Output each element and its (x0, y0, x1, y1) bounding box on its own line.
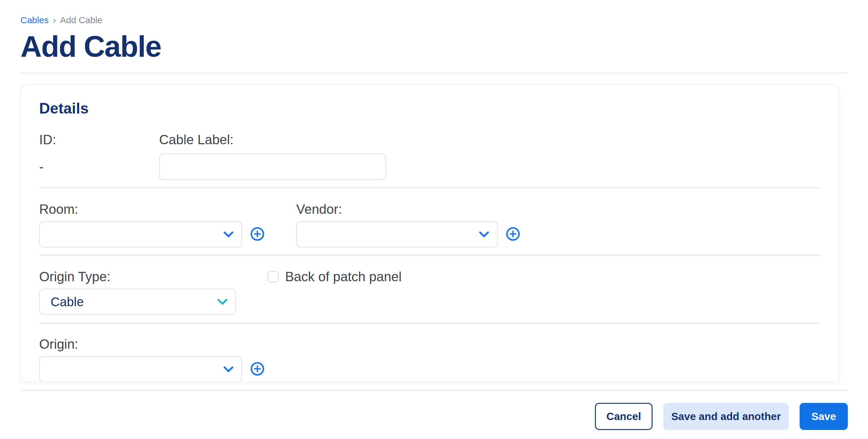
add-cable-page: Cables › Add Cable Add Cable Details ID:… (0, 0, 868, 439)
row-origin-type: Origin Type: Cable Back of patch panel (39, 269, 820, 315)
field-room: Room: (39, 201, 296, 247)
footer-actions: Cancel Save and add another Save (21, 403, 848, 430)
vendor-select[interactable] (296, 221, 498, 247)
row-id-cable-label: ID: - Cable Label: (39, 132, 820, 180)
save-button[interactable]: Save (800, 403, 848, 430)
id-label: ID: (39, 132, 159, 147)
chevron-down-icon (223, 231, 234, 238)
details-heading: Details (39, 99, 820, 117)
origin-type-select-value: Cable (51, 296, 84, 308)
origin-label: Origin: (39, 336, 820, 352)
chevron-down-icon (223, 366, 234, 373)
field-id: ID: - (39, 132, 159, 180)
field-vendor: Vendor: (296, 201, 521, 247)
plus-circle-icon (250, 361, 265, 377)
page-title: Add Cable (21, 30, 848, 63)
room-select[interactable] (39, 221, 242, 247)
add-origin-button[interactable] (250, 362, 265, 377)
breadcrumb-separator: › (53, 14, 56, 26)
plus-circle-icon (250, 227, 265, 242)
details-card: Details ID: - Cable Label: Room: (21, 84, 839, 381)
save-and-add-another-button[interactable]: Save and add another (663, 403, 789, 430)
vendor-label: Vendor: (296, 201, 521, 217)
chevron-down-icon (217, 299, 227, 305)
field-origin: Origin: (39, 336, 820, 381)
back-of-patch-panel-checkbox[interactable] (267, 271, 279, 282)
row-room-vendor: Room: (39, 201, 820, 247)
breadcrumb-current: Add Cable (60, 14, 102, 26)
divider (39, 323, 820, 324)
title-divider (21, 73, 848, 73)
row-origin: Origin: (39, 336, 820, 381)
footer-divider (21, 390, 848, 391)
divider (39, 255, 820, 256)
id-value: - (39, 159, 159, 175)
breadcrumb-link-cables[interactable]: Cables (21, 14, 49, 26)
add-room-button[interactable] (250, 227, 265, 242)
cable-label-input[interactable] (159, 154, 386, 180)
room-label: Room: (39, 201, 296, 217)
field-cable-label: Cable Label: (159, 132, 388, 180)
chevron-down-icon (479, 231, 489, 238)
field-back-of-patch-panel: Back of patch panel (267, 269, 401, 315)
add-vendor-button[interactable] (505, 227, 521, 242)
cable-label-label: Cable Label: (159, 132, 388, 147)
origin-type-select[interactable]: Cable (39, 289, 236, 315)
plus-circle-icon (505, 227, 521, 242)
origin-type-label: Origin Type: (39, 269, 267, 284)
breadcrumb: Cables › Add Cable (21, 0, 848, 26)
field-origin-type: Origin Type: Cable (39, 269, 267, 315)
cancel-button[interactable]: Cancel (595, 403, 652, 430)
divider (39, 187, 820, 188)
origin-select[interactable] (39, 356, 242, 381)
back-of-patch-panel-label: Back of patch panel (285, 269, 401, 284)
